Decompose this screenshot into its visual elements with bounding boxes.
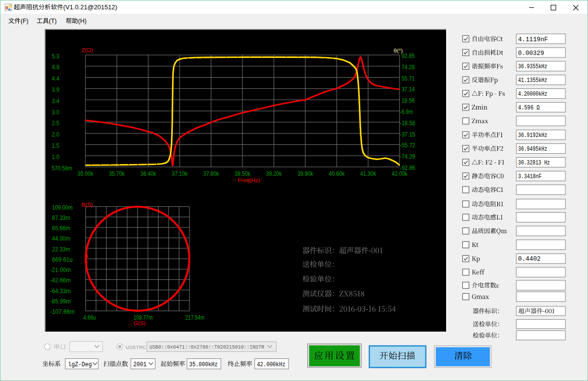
svg-text:570.58m: 570.58m xyxy=(52,164,73,172)
svg-text:3.0: 3.0 xyxy=(52,109,60,116)
svg-text:87.33m: 87.33m xyxy=(52,214,70,221)
svg-text:-42.66m: -42.66m xyxy=(50,276,71,284)
svg-text:B(S): B(S) xyxy=(81,202,93,208)
svg-text:1.0: 1.0 xyxy=(52,153,60,161)
svg-text:37.80k: 37.80k xyxy=(203,170,219,177)
svg-text:G(S): G(S) xyxy=(134,320,145,326)
svg-text:5.3: 5.3 xyxy=(52,53,60,60)
svg-text:669.61u: 669.61u xyxy=(52,256,73,263)
svg-text:55.71: 55.71 xyxy=(401,75,415,82)
svg-text:36.9355kHz: 36.9355kHz xyxy=(518,63,548,70)
svg-text:-107.66m: -107.66m xyxy=(50,308,75,315)
svg-text:36.40k: 36.40k xyxy=(140,170,157,177)
svg-text:-64.33m: -64.33m xyxy=(50,287,71,295)
svg-text:4.9: 4.9 xyxy=(52,63,60,71)
svg-text:1.5: 1.5 xyxy=(52,142,60,149)
svg-text:lgZ-Deg: lgZ-Deg xyxy=(68,361,92,368)
svg-text:4.596 Ω: 4.596 Ω xyxy=(518,104,540,111)
svg-text:35.000kHz: 35.000kHz xyxy=(189,361,218,368)
svg-text:0.4402: 0.4402 xyxy=(518,255,541,263)
svg-text:37.10k: 37.10k xyxy=(172,170,188,177)
svg-text:3.4: 3.4 xyxy=(52,97,60,105)
svg-text:(V1.0.21@201512): (V1.0.21@201512) xyxy=(63,3,117,11)
svg-text:37.14: 37.14 xyxy=(401,85,415,93)
svg-text:36.9495kHz: 36.9495kHz xyxy=(518,145,548,153)
svg-text:(F): (F) xyxy=(21,18,28,25)
svg-text:(H): (H) xyxy=(78,18,86,25)
svg-text:217.54m: 217.54m xyxy=(186,314,205,321)
svg-text:4.20000kHz: 4.20000kHz xyxy=(518,90,548,98)
svg-text:22.33m: 22.33m xyxy=(52,245,70,253)
svg-text:-85.99m: -85.99m xyxy=(50,298,71,305)
svg-text:35.00k: 35.00k xyxy=(78,170,94,177)
svg-text:USB0::0x0471::0x2786::T0202150: USB0::0x0471::0x2786::T020215010::INSTR xyxy=(150,345,265,350)
svg-text:-74.29: -74.29 xyxy=(400,153,416,160)
svg-text:2.5: 2.5 xyxy=(52,119,60,127)
svg-text:-55.72: -55.72 xyxy=(400,141,416,149)
svg-text:36.9192kHz: 36.9192kHz xyxy=(518,132,548,139)
svg-text:-37.15: -37.15 xyxy=(400,131,416,138)
svg-text:39.20k: 39.20k xyxy=(266,170,282,177)
svg-text:44.00m: 44.00m xyxy=(52,235,70,242)
svg-text:65.66m: 65.66m xyxy=(52,224,70,232)
svg-text:40.60k: 40.60k xyxy=(329,170,345,177)
svg-text:39.90k: 39.90k xyxy=(297,170,314,177)
svg-text:92.85: 92.85 xyxy=(401,52,415,59)
svg-text:-21.00m: -21.00m xyxy=(50,266,71,273)
svg-text:0.00329: 0.00329 xyxy=(518,50,544,57)
svg-text:74.28: 74.28 xyxy=(401,63,415,71)
svg-text:USBTMC: USBTMC xyxy=(126,344,146,351)
svg-text:3.3418nF: 3.3418nF xyxy=(518,173,542,180)
svg-text:θ(°): θ(°) xyxy=(394,48,403,54)
svg-text:4.1119nF: 4.1119nF xyxy=(518,36,548,43)
svg-text:(T): (T) xyxy=(49,18,57,25)
svg-text:18.56: 18.56 xyxy=(401,97,415,104)
svg-text:4.66u: 4.66u xyxy=(83,314,96,321)
svg-text:35.70k: 35.70k xyxy=(109,170,125,177)
svg-text:2001: 2001 xyxy=(134,361,147,368)
svg-text:-6.9m: -6.9m xyxy=(400,108,413,115)
svg-text:42.00k: 42.00k xyxy=(392,170,408,177)
svg-text:109.00m: 109.00m xyxy=(52,204,73,211)
svg-text:3.9: 3.9 xyxy=(52,86,60,93)
svg-text:30.32813 Hz: 30.32813 Hz xyxy=(518,159,550,166)
svg-text:2.0: 2.0 xyxy=(52,131,60,138)
svg-text:41.1355kHz: 41.1355kHz xyxy=(518,77,548,84)
svg-text:41.30k: 41.30k xyxy=(360,170,376,177)
svg-text:4.4: 4.4 xyxy=(52,75,60,82)
svg-text:38.50k: 38.50k xyxy=(235,170,251,177)
svg-text:Z(Ω): Z(Ω) xyxy=(81,47,93,53)
svg-text:Freq(Hz): Freq(Hz) xyxy=(238,177,260,183)
svg-text:-18.58: -18.58 xyxy=(400,119,416,127)
svg-text:42.000kHz: 42.000kHz xyxy=(257,361,285,368)
